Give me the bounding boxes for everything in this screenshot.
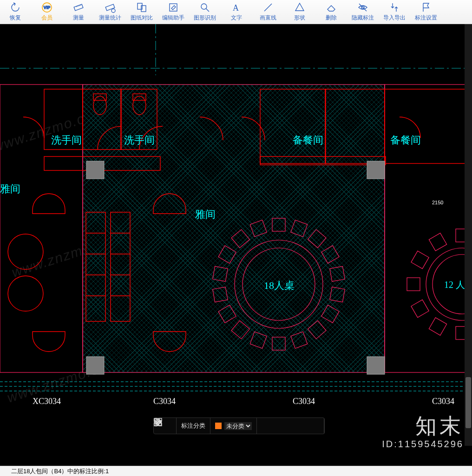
line-label: 画直线 bbox=[260, 14, 276, 22]
status-bar: 二层18人包间（B4）中的标注比例:1 bbox=[0, 466, 472, 476]
svg-text:VIP: VIP bbox=[44, 5, 51, 10]
shape-detect-label: 图形识别 bbox=[194, 14, 216, 22]
copy-icon[interactable] bbox=[294, 422, 302, 430]
import-export-button[interactable]: 导入导出 bbox=[382, 1, 407, 23]
compare-label: 图纸对比 bbox=[131, 14, 153, 22]
svg-rect-3 bbox=[105, 4, 115, 11]
svg-rect-21 bbox=[385, 89, 468, 163]
measure-label: 测量 bbox=[73, 14, 84, 22]
svg-rect-76 bbox=[86, 357, 104, 374]
status-text: 二层18人包间（B4）中的标注比例:1 bbox=[11, 467, 109, 476]
restore-button[interactable]: 恢复 bbox=[3, 1, 28, 23]
shape-button[interactable]: 形状 bbox=[287, 1, 312, 23]
vertical-scrollbar[interactable] bbox=[465, 24, 472, 446]
svg-point-26 bbox=[133, 96, 146, 115]
label-washroom2: 洗手间 bbox=[124, 133, 155, 147]
color-swatch bbox=[215, 423, 222, 429]
svg-rect-75 bbox=[367, 161, 385, 179]
move-icon[interactable] bbox=[279, 422, 287, 430]
layers-icon[interactable] bbox=[308, 422, 317, 430]
ruler-icon bbox=[73, 2, 84, 13]
svg-rect-70 bbox=[411, 300, 429, 317]
svg-rect-51 bbox=[272, 337, 285, 350]
label-washroom1: 洗手间 bbox=[51, 133, 82, 147]
svg-rect-49 bbox=[308, 320, 326, 339]
svg-rect-56 bbox=[213, 267, 228, 281]
delete-button[interactable]: 删除 bbox=[319, 1, 344, 23]
svg-rect-31 bbox=[111, 212, 130, 321]
measure-stat-button[interactable]: 测量统计 bbox=[98, 1, 123, 23]
text-label: 文字 bbox=[231, 14, 242, 22]
measure-button[interactable]: 测量 bbox=[66, 1, 91, 23]
text-button[interactable]: A 文字 bbox=[224, 1, 249, 23]
restore-icon bbox=[10, 2, 21, 13]
vscroll-thumb[interactable] bbox=[465, 377, 471, 428]
gear-flag-icon bbox=[420, 2, 432, 13]
restore-label: 恢复 bbox=[10, 14, 21, 22]
label-ya-left: 雅间 bbox=[0, 182, 20, 196]
svg-point-28 bbox=[8, 234, 43, 269]
svg-rect-53 bbox=[231, 320, 249, 339]
ruler-stat-icon bbox=[105, 2, 116, 13]
line-button[interactable]: 画直线 bbox=[256, 1, 281, 23]
svg-point-4 bbox=[111, 9, 115, 13]
brand-watermark: 知末 ID:1159545296 bbox=[382, 412, 464, 450]
cad-linework bbox=[0, 24, 472, 470]
svg-rect-45 bbox=[321, 246, 339, 263]
top-toolbar: 恢复 VIP 会员 测量 测量统计 图纸对比 编辑助手 图形识别 A 文字 画直… bbox=[0, 0, 472, 24]
eye-off-icon bbox=[357, 2, 368, 13]
delete-label: 删除 bbox=[326, 14, 337, 22]
edit-assist-button[interactable]: 编辑助手 bbox=[161, 1, 186, 23]
label-ya: 雅间 bbox=[195, 208, 216, 222]
vip-icon: VIP bbox=[41, 2, 52, 13]
svg-rect-19 bbox=[260, 89, 385, 163]
svg-rect-48 bbox=[321, 305, 339, 323]
svg-rect-2 bbox=[74, 4, 83, 11]
hide-annot-button[interactable]: 隐藏标注 bbox=[350, 1, 375, 23]
annot-category-label: 标注分类 bbox=[177, 418, 210, 434]
shape-detect-icon bbox=[199, 2, 210, 13]
svg-rect-17 bbox=[121, 89, 121, 150]
annot-set-button[interactable]: 标注设置 bbox=[413, 1, 439, 23]
svg-rect-20 bbox=[325, 89, 326, 163]
category-dropdown[interactable]: 未分类 bbox=[224, 422, 252, 430]
compare-icon bbox=[136, 2, 147, 13]
shape-detect-button[interactable]: 图形识别 bbox=[192, 1, 217, 23]
shape-icon bbox=[294, 2, 305, 13]
svg-rect-55 bbox=[213, 287, 228, 302]
tag-c3034-1: C3034 bbox=[153, 397, 176, 406]
svg-rect-43 bbox=[291, 220, 308, 237]
brand-title: 知末 bbox=[382, 412, 464, 441]
svg-rect-71 bbox=[407, 278, 420, 291]
import-export-icon bbox=[389, 2, 400, 13]
cad-canvas[interactable]: www.znzmo.com www.znzmo.com www.znzmo.co… bbox=[0, 24, 472, 470]
annot-category-select[interactable]: 未分类 bbox=[210, 418, 257, 434]
svg-rect-15 bbox=[385, 85, 472, 372]
tag-c3034-2: C3034 bbox=[293, 397, 315, 406]
line-icon bbox=[262, 2, 274, 13]
edit-icon[interactable] bbox=[264, 422, 272, 430]
svg-rect-52 bbox=[250, 332, 267, 348]
svg-rect-44 bbox=[308, 229, 326, 248]
svg-rect-74 bbox=[86, 161, 104, 179]
eraser-icon bbox=[326, 2, 337, 13]
text-icon: A bbox=[231, 2, 242, 13]
svg-rect-57 bbox=[218, 246, 236, 263]
svg-rect-58 bbox=[231, 229, 249, 248]
svg-rect-47 bbox=[330, 287, 345, 302]
svg-text:A: A bbox=[233, 3, 239, 13]
hide-annot-label: 隐藏标注 bbox=[352, 14, 374, 22]
vip-label: 会员 bbox=[41, 14, 52, 22]
edit-assist-label: 编辑助手 bbox=[162, 14, 184, 22]
shape-label: 形状 bbox=[294, 14, 305, 22]
compare-button[interactable]: 图纸对比 bbox=[129, 1, 154, 23]
svg-point-29 bbox=[8, 276, 43, 311]
svg-rect-69 bbox=[429, 318, 446, 335]
svg-rect-7 bbox=[170, 4, 177, 11]
measure-stat-label: 测量统计 bbox=[99, 14, 121, 22]
svg-rect-72 bbox=[411, 251, 429, 268]
vip-button[interactable]: VIP 会员 bbox=[34, 1, 59, 23]
annot-set-label: 标注设置 bbox=[415, 14, 437, 22]
svg-rect-59 bbox=[250, 220, 267, 237]
svg-rect-42 bbox=[272, 218, 285, 231]
